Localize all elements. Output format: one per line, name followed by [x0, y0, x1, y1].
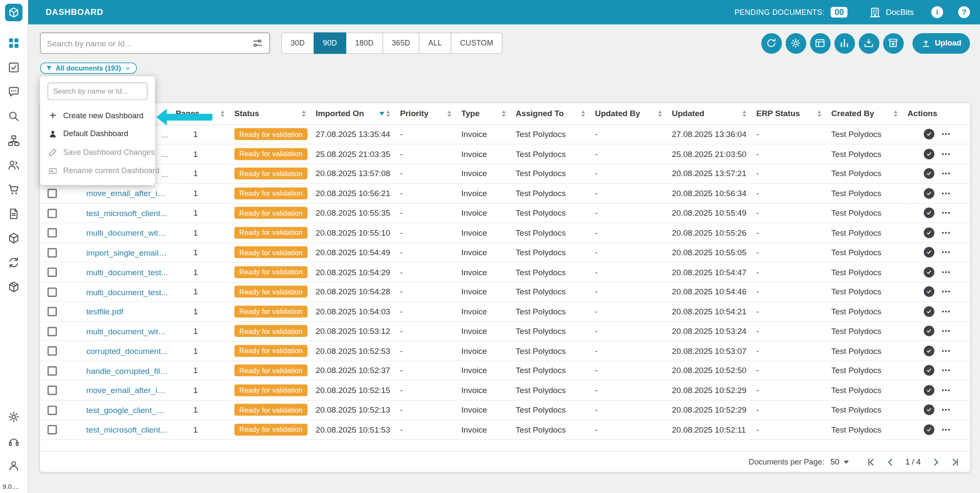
time-filter-custom[interactable]: CUSTOM [451, 32, 503, 54]
column-header-updated_by[interactable]: Updated By [593, 103, 669, 124]
row-checkbox[interactable] [48, 327, 57, 336]
validate-document-icon[interactable] [924, 365, 934, 376]
document-name-link[interactable]: test_microsoft_client... [86, 425, 167, 435]
column-header-priority[interactable]: Priority [398, 103, 459, 124]
sidebar-item-sync[interactable] [8, 256, 20, 268]
validate-document-icon[interactable] [924, 267, 934, 277]
sidebar-item-settings[interactable] [8, 410, 20, 423]
row-checkbox[interactable] [48, 307, 57, 316]
document-name-link[interactable]: multi_document_with... [86, 228, 168, 238]
organization-icon[interactable] [869, 6, 881, 18]
document-name-link[interactable]: move_email_after_im... [86, 189, 168, 198]
validate-document-icon[interactable] [924, 286, 934, 297]
row-checkbox[interactable] [48, 268, 57, 277]
row-more-options-icon[interactable] [940, 129, 951, 140]
validate-document-icon[interactable] [924, 306, 934, 317]
row-checkbox[interactable] [48, 405, 57, 415]
document-name-link[interactable]: handle_corrupted_file... [86, 366, 168, 376]
sidebar-item-users[interactable] [8, 159, 20, 171]
column-header-updated[interactable]: Updated [669, 103, 754, 124]
row-more-options-icon[interactable] [940, 424, 951, 435]
row-checkbox[interactable] [48, 366, 57, 376]
document-name-link[interactable]: multi_document_test... [86, 268, 168, 277]
documents-filter-chip[interactable]: All documents (193) [40, 63, 137, 74]
document-name-link[interactable]: multi_document_with... [86, 327, 168, 336]
document-name-link[interactable]: ... [161, 169, 168, 179]
row-checkbox[interactable] [48, 288, 57, 297]
validate-document-icon[interactable] [924, 385, 934, 396]
prev-page-button[interactable] [885, 456, 895, 467]
document-name-link[interactable]: ... [161, 130, 168, 139]
menu-item-create-new-dashboard[interactable]: Create new Dashboard [40, 106, 155, 125]
column-header-type[interactable]: Type [459, 103, 513, 124]
per-page-select[interactable]: 50 [830, 458, 848, 467]
validate-document-icon[interactable] [924, 227, 934, 238]
validate-document-icon[interactable] [924, 148, 934, 159]
document-name-link[interactable]: test_microsoft_client... [86, 208, 167, 218]
row-checkbox[interactable] [48, 228, 57, 238]
archive-button[interactable] [883, 33, 903, 53]
time-filter-90d[interactable]: 90D [313, 32, 346, 54]
settings-button[interactable] [785, 33, 806, 53]
validate-document-icon[interactable] [924, 247, 934, 258]
sidebar-item-packages[interactable] [8, 232, 20, 244]
row-more-options-icon[interactable] [940, 405, 951, 415]
menu-item-rename-current-dashboard[interactable]: Rename current Dashboard [40, 162, 155, 180]
sidebar-item-purchase-orders[interactable] [8, 183, 20, 196]
column-header-erp_status[interactable]: ERP Status [754, 103, 829, 124]
sidebar-item-workflow[interactable] [8, 134, 20, 147]
sidebar-item-search[interactable] [8, 110, 20, 123]
app-logo[interactable] [5, 4, 23, 21]
document-name-link[interactable]: testfile.pdf [86, 307, 123, 316]
refresh-button[interactable] [761, 33, 781, 53]
column-header-status[interactable]: Status [232, 103, 313, 124]
sidebar-item-tasks[interactable] [8, 61, 20, 74]
row-checkbox[interactable] [48, 425, 57, 435]
sidebar-item-invoices[interactable] [8, 208, 20, 220]
row-more-options-icon[interactable] [940, 247, 951, 258]
sidebar-item-profile[interactable] [8, 459, 20, 472]
first-page-button[interactable] [866, 456, 877, 467]
info-icon[interactable]: i [931, 6, 943, 18]
time-filter-30d[interactable]: 30D [281, 32, 314, 54]
row-checkbox[interactable] [48, 189, 57, 198]
row-more-options-icon[interactable] [940, 306, 951, 317]
sidebar-item-dashboard[interactable] [8, 37, 20, 49]
sidebar-item-support[interactable] [8, 435, 20, 447]
last-page-button[interactable] [949, 456, 960, 467]
document-name-link[interactable]: corrupted_document... [86, 346, 168, 356]
document-name-link[interactable]: move_email_after_im... [86, 386, 168, 395]
next-page-button[interactable] [931, 456, 941, 467]
time-filter-365d[interactable]: 365D [382, 32, 419, 54]
time-filter-all[interactable]: ALL [419, 32, 451, 54]
document-name-link[interactable]: ... [161, 150, 168, 159]
dashboard-search-input[interactable] [48, 83, 148, 100]
time-filter-180d[interactable]: 180D [346, 32, 383, 54]
chart-view-button[interactable] [834, 33, 855, 53]
row-more-options-icon[interactable] [940, 326, 951, 336]
help-icon[interactable]: ? [958, 6, 970, 18]
document-name-link[interactable]: test_google_client_20... [86, 405, 168, 415]
document-name-link[interactable]: import_single_email_... [86, 248, 168, 257]
validate-document-icon[interactable] [924, 424, 934, 435]
row-checkbox[interactable] [48, 248, 57, 257]
document-name-link[interactable]: multi_document_test... [86, 288, 168, 297]
row-more-options-icon[interactable] [940, 188, 951, 199]
row-checkbox[interactable] [48, 346, 57, 356]
column-header-created_by[interactable]: Created By [829, 103, 905, 124]
validate-document-icon[interactable] [924, 326, 934, 336]
validate-document-icon[interactable] [924, 168, 934, 179]
row-more-options-icon[interactable] [940, 345, 951, 356]
menu-item-default-dashboard[interactable]: Default Dashboard [40, 125, 155, 143]
row-more-options-icon[interactable] [940, 385, 951, 396]
upload-button[interactable]: Upload [912, 33, 970, 53]
validate-document-icon[interactable] [924, 345, 934, 356]
row-more-options-icon[interactable] [940, 267, 951, 277]
row-more-options-icon[interactable] [940, 365, 951, 376]
validate-document-icon[interactable] [924, 405, 934, 415]
filter-tune-icon[interactable] [252, 37, 263, 48]
column-header-imported_on[interactable]: Imported On [313, 103, 397, 124]
row-more-options-icon[interactable] [940, 148, 951, 159]
export-button[interactable] [858, 33, 879, 53]
row-more-options-icon[interactable] [940, 227, 951, 238]
